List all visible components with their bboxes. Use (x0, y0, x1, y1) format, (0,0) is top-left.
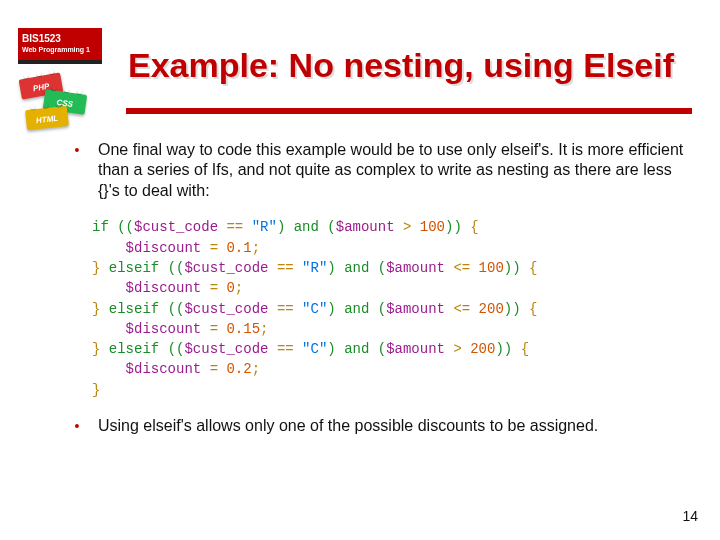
bullet-dot-icon: • (70, 416, 84, 436)
course-badge: BIS1523 Web Programming 1 (18, 28, 102, 60)
decorative-blocks: PHP CSS HTML (18, 72, 98, 132)
bullet-1-text: One final way to code this example would… (98, 140, 696, 201)
page-number: 14 (682, 508, 698, 524)
title-rule (126, 108, 692, 114)
bullet-1: • One final way to code this example wou… (70, 140, 696, 201)
slide-title: Example: No nesting, using Elseif (128, 46, 674, 85)
course-name: Web Programming 1 (22, 46, 98, 55)
bullet-2: • Using elseif's allows only one of the … (70, 416, 696, 436)
bullet-2-text: Using elseif's allows only one of the po… (98, 416, 696, 436)
block-html-label: HTML (36, 114, 59, 125)
code-block: if (($cust_code == "R") and ($amount > 1… (92, 217, 696, 400)
course-code: BIS1523 (22, 33, 98, 46)
bullet-dot-icon: • (70, 140, 84, 201)
